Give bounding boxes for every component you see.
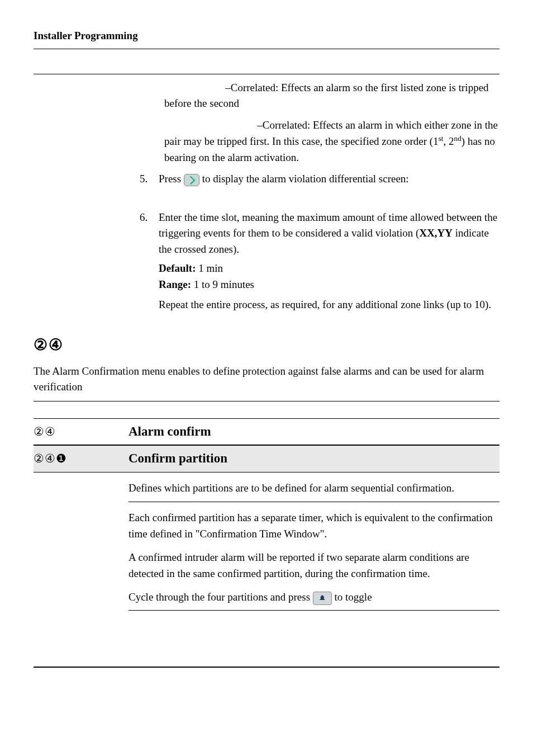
default-val: 1 min xyxy=(196,262,223,274)
body-p2: Each confirmed partition has a separate … xyxy=(129,510,499,542)
row-alarm-confirm: ②④ Alarm confirm xyxy=(34,418,499,446)
step5-post: to display the alarm violation different… xyxy=(202,173,409,185)
step5-pre: Press xyxy=(159,173,184,185)
section-description: The Alarm Confirmation menu enables to d… xyxy=(34,363,499,401)
ordered-correlated: –Correlated: Effects an alarm so the fir… xyxy=(164,82,489,110)
content-block: –Correlated: Effects an alarm so the fir… xyxy=(140,80,499,313)
default-line: Default: 1 min xyxy=(159,261,499,277)
sup-nd: nd xyxy=(454,134,461,143)
ordered-correlated-text: –Correlated: Effects an alarm so the fir… xyxy=(164,80,499,112)
range-line: Range: 1 to 9 minutes xyxy=(159,277,499,293)
step-6-content: Enter the time slot, meaning the maximum… xyxy=(159,210,499,313)
bell-button-icon xyxy=(313,592,332,605)
confirm-partition-body: Defines which partitions are to be defin… xyxy=(129,472,499,611)
divider xyxy=(34,74,499,74)
range-label: Range: xyxy=(159,278,191,290)
p4-post: to toggle xyxy=(335,591,372,603)
footer-rule xyxy=(34,667,499,668)
step6-bold: XX,YY xyxy=(419,227,453,239)
repeat-text: Repeat the entire process, as required, … xyxy=(159,297,499,313)
step-6: 6. Enter the time slot, meaning the maxi… xyxy=(140,210,499,313)
default-label: Default: xyxy=(159,262,196,274)
step-5: 5. Press to display the alarm violation … xyxy=(140,171,499,187)
row2-label: ②④❶ xyxy=(34,450,129,468)
not-ordered-correlated-text: –Correlated: Effects an alarm in which e… xyxy=(164,117,499,166)
row1-title: Alarm confirm xyxy=(129,422,499,442)
table-section: ②④ Alarm confirm ②④❶ Confirm partition D… xyxy=(34,418,499,611)
body-p4: Cycle through the four partitions and pr… xyxy=(129,589,499,611)
step-6-number: 6. xyxy=(140,210,159,313)
range-val: 1 to 9 minutes xyxy=(191,278,254,290)
row1-label: ②④ xyxy=(34,423,129,441)
sup-st: st xyxy=(439,134,444,143)
row2-title: Confirm partition xyxy=(129,449,499,469)
row-confirm-partition: ②④❶ Confirm partition xyxy=(34,445,499,472)
page-header: Installer Programming xyxy=(34,28,499,49)
body-p1: Defines which partitions are to be defin… xyxy=(129,480,499,503)
body-p3: A confirmed intruder alarm will be repor… xyxy=(129,550,499,582)
step-5-content: Press to display the alarm violation dif… xyxy=(159,171,499,187)
p4-pre: Cycle through the four partitions and pr… xyxy=(129,591,313,603)
display-button-icon xyxy=(184,174,199,186)
noc-mid: , 2 xyxy=(444,135,454,147)
step-5-number: 5. xyxy=(140,171,159,187)
section-header-circles: ②④ xyxy=(34,333,499,357)
